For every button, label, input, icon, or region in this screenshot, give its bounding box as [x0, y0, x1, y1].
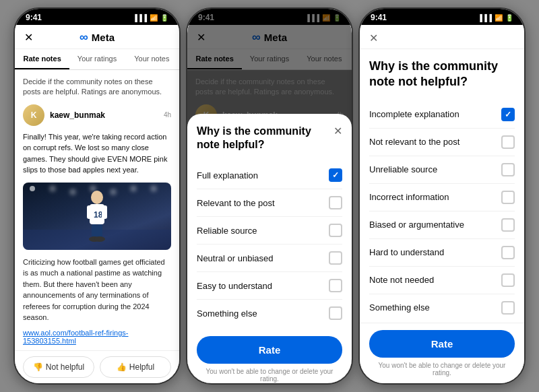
battery-icon: 🔋	[160, 14, 168, 22]
phone-1: 9:41 ▐▐▐ 📶 🔋 ✕ ∞ Meta Rate notes Your ra…	[13, 7, 181, 385]
tab-your-notes-1[interactable]: Your notes	[125, 49, 179, 69]
signal-icon: ▐▐▐	[133, 14, 147, 22]
rate-button-helpful[interactable]: Rate	[197, 336, 342, 364]
status-time-3: 9:41	[371, 13, 387, 22]
check-not-relevant[interactable]	[501, 135, 515, 149]
not-helpful-button[interactable]: 👎 Not helpful	[23, 356, 94, 378]
check-relevant-post[interactable]	[329, 196, 342, 209]
article-link-1[interactable]: www.aol.com/football-ref-firings-1538031…	[23, 329, 171, 345]
label-neutral: Neutral or unbiased	[197, 253, 273, 263]
wifi-icon-3: 📶	[495, 14, 503, 22]
check-incorrect[interactable]	[501, 191, 515, 204]
not-helpful-checklist: Incomplete explanation Not relevant to t…	[369, 101, 515, 321]
modal-title-helpful: Why is the community note helpful?	[197, 125, 328, 153]
meta-infinity-icon: ∞	[80, 30, 88, 44]
warning-text-not-helpful: You won't be able to change or delete yo…	[369, 362, 515, 377]
meta-label-1: Meta	[92, 32, 115, 43]
helpful-checklist: Full explanation Relevant to the post Re…	[197, 162, 342, 327]
label-note-not-needed: Note not needed	[369, 275, 434, 285]
check-unreliable[interactable]	[501, 163, 515, 176]
phone-2: 9:41 ▐▐▐ 📶 🔋 ✕ ∞ Meta Rate notes Your ra…	[186, 7, 353, 385]
check-neutral[interactable]	[329, 251, 342, 265]
status-icons-1: ▐▐▐ 📶 🔋	[133, 14, 168, 22]
thumbsdown-icon: 👎	[33, 362, 43, 372]
label-incorrect: Incorrect information	[369, 192, 449, 202]
label-hard-understand: Hard to understand	[369, 247, 444, 257]
label-not-relevant: Not relevant to the post	[369, 137, 459, 147]
checkbox-unreliable: Unreliable source	[369, 156, 515, 184]
not-helpful-label: Not helpful	[46, 362, 84, 372]
user-info-1: kaew_bunmak	[50, 110, 105, 120]
checkbox-easy-understand: Easy to understand	[197, 272, 342, 300]
checkbox-note-not-needed: Note not needed	[369, 267, 515, 294]
check-note-not-needed[interactable]	[501, 273, 515, 287]
signal-icon-3: ▐▐▐	[478, 14, 492, 22]
checkbox-relevant-post: Relevant to the post	[197, 189, 342, 217]
user-row-1: K kaew_bunmak 4h	[23, 104, 171, 126]
check-easy-understand[interactable]	[329, 279, 342, 292]
status-icons-3: ▐▐▐ 📶 🔋	[478, 14, 513, 22]
battery-icon-3: 🔋	[505, 14, 513, 22]
username-1: kaew_bunmak	[50, 110, 105, 120]
description-1: Decide if the community notes on these p…	[23, 77, 171, 98]
tab-rate-notes-1[interactable]: Rate notes	[15, 49, 69, 69]
label-something-else-nothelpful: Something else	[369, 302, 430, 313]
helpful-label: Helpful	[129, 362, 154, 372]
rate-button-not-helpful[interactable]: Rate	[369, 330, 515, 358]
phone-3: 9:41 ▐▐▐ 📶 🔋 ✕ Why is the community note…	[358, 7, 526, 385]
status-bar-1: 9:41 ▐▐▐ 📶 🔋	[15, 9, 179, 25]
phone3-bottom: Rate You won't be able to change or dele…	[360, 323, 524, 383]
check-something-else-helpful[interactable]	[329, 306, 342, 320]
svg-rect-3	[87, 205, 92, 219]
svg-rect-4	[102, 205, 107, 219]
checkbox-incorrect: Incorrect information	[369, 184, 515, 211]
post-text-1: Finally! This year, we're taking record …	[23, 131, 171, 176]
modal-header-helpful: Why is the community note helpful? ✕	[197, 125, 342, 153]
svg-point-0	[91, 191, 103, 204]
label-full-explanation: Full explanation	[197, 170, 258, 181]
check-reliable-source[interactable]	[329, 224, 342, 237]
label-unreliable: Unreliable source	[369, 164, 437, 174]
status-bar-3: 9:41 ▐▐▐ 📶 🔋	[360, 9, 524, 25]
label-something-else-helpful: Something else	[197, 308, 257, 319]
check-incomplete[interactable]	[501, 108, 515, 121]
phone-1-content: Decide if the community notes on these p…	[15, 70, 179, 350]
label-easy-understand: Easy to understand	[197, 281, 272, 291]
phone3-content: Why is the community note not helpful? I…	[360, 49, 524, 323]
status-time-1: 9:41	[26, 13, 42, 22]
not-helpful-title: Why is the community note not helpful?	[369, 59, 515, 90]
checkbox-biased: Biased or argumentative	[369, 211, 515, 239]
stadium-lights	[30, 186, 35, 191]
close-button-1[interactable]: ✕	[24, 31, 33, 44]
football-player: 18	[80, 189, 114, 243]
check-hard-understand[interactable]	[501, 246, 515, 259]
svg-point-8	[94, 236, 105, 242]
check-biased[interactable]	[501, 218, 515, 232]
label-biased: Biased or argumentative	[369, 220, 464, 230]
tabs-row-1: Rate notes Your ratings Your notes	[15, 49, 179, 70]
check-something-else-nothelpful[interactable]	[501, 301, 515, 315]
modal-overlay-2: Why is the community note helpful? ✕ Ful…	[187, 9, 352, 383]
label-reliable-source: Reliable source	[197, 226, 257, 236]
time-ago-1: 4h	[164, 111, 171, 119]
modal-close-helpful[interactable]: ✕	[328, 125, 342, 137]
checkbox-neutral: Neutral or unbiased	[197, 244, 342, 272]
label-relevant-post: Relevant to the post	[197, 198, 275, 208]
checkbox-hard-understand: Hard to understand	[369, 239, 515, 267]
wifi-icon: 📶	[150, 14, 158, 22]
checkbox-not-relevant: Not relevant to the post	[369, 129, 515, 156]
label-incomplete: Incomplete explanation	[369, 109, 459, 119]
check-full-explanation[interactable]	[329, 168, 342, 182]
helpful-button[interactable]: 👍 Helpful	[100, 356, 171, 378]
warning-text-helpful: You won't be able to change or delete yo…	[197, 368, 342, 383]
thumbsup-icon: 👍	[117, 362, 127, 372]
football-image-1: 18	[23, 183, 171, 250]
app-header-1: ✕ ∞ Meta	[15, 25, 179, 49]
checkbox-something-else-nothelpful: Something else	[369, 294, 515, 321]
avatar-1: K	[23, 104, 44, 126]
close-button-3[interactable]: ✕	[369, 32, 378, 44]
tab-your-ratings-1[interactable]: Your ratings	[69, 49, 124, 69]
checkbox-something-else-helpful: Something else	[197, 300, 342, 327]
checkbox-full-explanation: Full explanation	[197, 162, 342, 189]
checkbox-reliable-source: Reliable source	[197, 217, 342, 244]
